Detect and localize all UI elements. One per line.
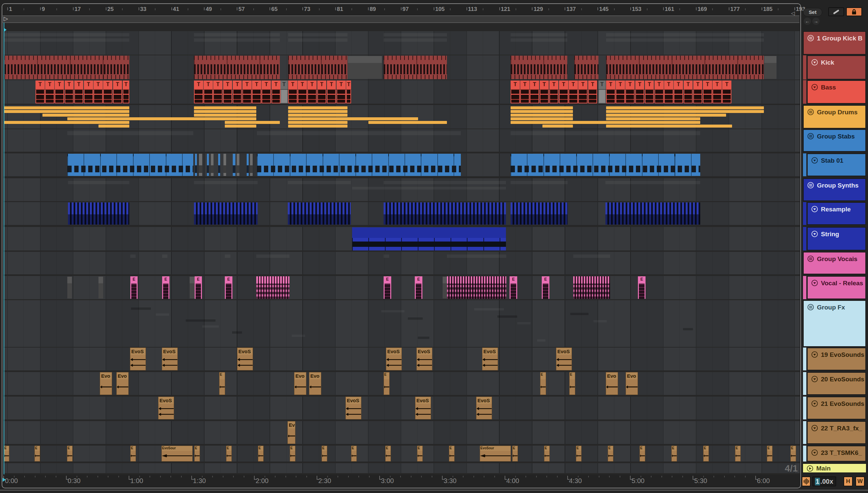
audio-engine-button[interactable] (802, 476, 811, 486)
fold-icon[interactable] (811, 84, 818, 91)
group-color-strip (803, 80, 806, 104)
track-header-string[interactable]: String (807, 227, 866, 251)
track-header-22-t-ra3-fx[interactable]: 22 T_RA3_fx_ (807, 421, 866, 444)
group-color-strip (803, 421, 806, 444)
insert-marker-flag-top[interactable] (4, 28, 7, 32)
window-divider (0, 490, 868, 491)
track-name: 22 T_RA3_fx_ (821, 425, 862, 432)
fold-icon[interactable] (811, 279, 818, 286)
fold-icon[interactable] (811, 351, 818, 358)
zoom-width-button[interactable]: W (855, 476, 865, 486)
insert-marker-flag-bottom[interactable] (3, 478, 6, 482)
fold-icon[interactable] (811, 230, 818, 238)
track-header-group-fx[interactable]: Group Fx (803, 300, 866, 347)
track-name: Main (816, 465, 830, 472)
group-color-strip (803, 372, 806, 395)
group-color-strip (803, 446, 806, 462)
track-header-resample[interactable]: Resample (807, 202, 866, 225)
group-icon[interactable] (807, 181, 814, 189)
track-name: Resample (821, 206, 851, 213)
fold-icon[interactable] (811, 376, 818, 383)
track-header-21-evosounds[interactable]: 21 EvoSounds (807, 396, 866, 420)
track-header-1-group-kick-b[interactable]: 1 Group Kick B (803, 31, 866, 55)
fold-icon[interactable] (811, 449, 818, 456)
fold-icon[interactable] (811, 59, 818, 66)
group-color-strip (803, 153, 806, 176)
track-name: 21 EvoSounds (821, 400, 864, 408)
track-header-vocal-releas[interactable]: Vocal - Releas (807, 276, 866, 299)
track-header-20-evosounds[interactable]: 20 EvoSounds (807, 372, 866, 395)
group-icon[interactable] (807, 108, 814, 115)
track-name: Group Synths (817, 182, 859, 189)
track-name: Vocal - Releas (821, 280, 863, 287)
group-color-strip (803, 227, 806, 251)
group-color-strip (803, 347, 806, 370)
track-header-group-drums[interactable]: Group Drums (803, 105, 866, 129)
track-name: Kick (821, 59, 834, 66)
track-header-main[interactable]: Main (802, 463, 867, 473)
fold-icon[interactable] (811, 157, 818, 164)
track-header-stab-01[interactable]: Stab 01 (807, 153, 866, 176)
group-icon[interactable] (807, 255, 814, 262)
track-header-19-evosounds[interactable]: 19 EvoSounds (807, 347, 866, 370)
zoom-value-highlight: 1 (815, 478, 820, 485)
track-header-group-synths[interactable]: Group Synths (803, 178, 866, 201)
track-header-group-stabs[interactable]: Group Stabs (803, 129, 866, 152)
track-name: Group Drums (817, 109, 857, 116)
track-name: 1 Group Kick B (817, 35, 862, 42)
group-icon[interactable] (807, 303, 814, 311)
track-name: 23 T_TSMK6_ (821, 449, 862, 456)
fold-icon[interactable] (811, 424, 818, 432)
track-name: Group Fx (817, 304, 845, 311)
playback-speed-field[interactable]: 1.00x (812, 476, 836, 486)
group-icon[interactable] (807, 132, 814, 140)
group-color-strip (803, 55, 806, 80)
track-name: 20 EvoSounds (821, 376, 864, 383)
group-color-strip (803, 396, 806, 420)
arrangement-view: TTTTTTTTTTTTTTTTTTTTTTTTTTTTTTTTTTTTTTTT… (0, 0, 868, 493)
group-color-strip (803, 276, 806, 299)
track-header-bass[interactable]: Bass (807, 80, 866, 104)
track-name: 19 EvoSounds (821, 351, 864, 359)
track-header-23-t-tsmk6[interactable]: 23 T_TSMK6_ (807, 446, 866, 462)
track-header-group-vocais[interactable]: Group Vocais (803, 252, 866, 274)
track-headers: 1 Group Kick BKickBassGroup DrumsGroup S… (0, 0, 868, 493)
track-name: String (821, 231, 839, 238)
waveform-icon (803, 478, 809, 485)
track-name: Bass (821, 84, 836, 91)
group-color-strip (803, 202, 806, 225)
track-name: Group Stabs (817, 133, 855, 140)
fold-icon[interactable] (811, 400, 818, 407)
zoom-height-button[interactable]: H (844, 476, 853, 486)
track-name: Group Vocais (817, 255, 857, 263)
play-icon[interactable] (806, 465, 814, 472)
track-name: Stab 01 (821, 157, 844, 164)
track-header-kick[interactable]: Kick (807, 55, 866, 80)
group-icon[interactable] (807, 35, 814, 42)
fold-icon[interactable] (811, 206, 818, 213)
zoom-value: .00x (820, 478, 833, 485)
